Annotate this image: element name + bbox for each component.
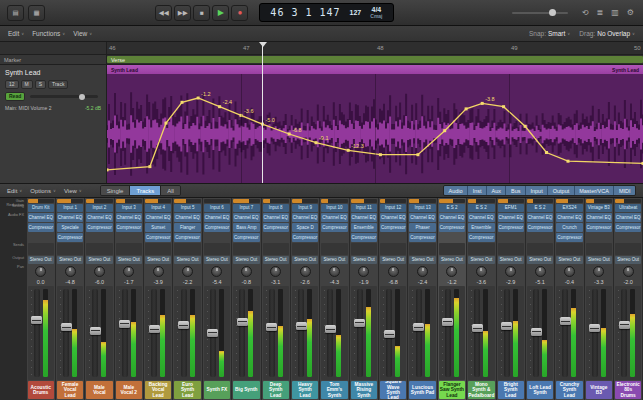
volume-readout[interactable]: -2.9 <box>497 278 525 286</box>
library-toggle-button[interactable]: ▤ <box>7 5 24 21</box>
audio-fx-slot[interactable]: Compressor <box>292 233 318 242</box>
fader-track[interactable] <box>562 289 568 377</box>
fader-cap[interactable] <box>296 322 307 330</box>
fader[interactable] <box>498 286 524 380</box>
audio-fx-slot[interactable]: Space D <box>292 223 318 232</box>
volume-readout[interactable]: -5.4 <box>203 278 231 286</box>
fader-cap[interactable] <box>325 325 336 333</box>
output-slot[interactable]: Stereo Out <box>145 256 171 264</box>
audio-fx-slot[interactable]: Compressor <box>556 233 582 242</box>
pan-knob[interactable] <box>35 266 46 277</box>
sends-area[interactable] <box>86 243 112 255</box>
track-name-label[interactable]: Crunchy Synth Lead <box>556 381 582 399</box>
mixer-menu-options[interactable]: Options∨ <box>30 188 56 194</box>
channel-strip[interactable]: Input 7Channel EQBass AmpCompressorStere… <box>232 198 260 400</box>
tab-all[interactable]: All <box>161 186 180 195</box>
pan-knob[interactable] <box>417 266 428 277</box>
sends-area[interactable] <box>409 243 435 255</box>
volume-readout[interactable]: -4.3 <box>320 278 348 286</box>
setting-slot[interactable]: Input 8 <box>263 204 289 212</box>
setting-slot[interactable]: Input 3 <box>116 204 142 212</box>
channel-strip[interactable]: EFM1Channel EQCompressorStereo Out-2.9Br… <box>497 198 525 400</box>
fader[interactable] <box>292 286 318 380</box>
fader[interactable] <box>556 286 582 380</box>
volume-slider-knob[interactable] <box>549 9 556 16</box>
sends-area[interactable] <box>586 243 612 255</box>
fader[interactable] <box>351 286 377 380</box>
fader-track[interactable] <box>533 289 539 377</box>
audio-fx-slot[interactable]: Ensemble <box>468 223 494 232</box>
channel-strip[interactable]: Input 9Channel EQSpace DCompressorStereo… <box>291 198 319 400</box>
output-slot[interactable]: Stereo Out <box>409 256 435 264</box>
track-name-label[interactable]: Acoustic Drums <box>28 381 54 399</box>
record-button[interactable]: ● <box>231 5 248 21</box>
fader[interactable] <box>233 286 259 380</box>
output-slot[interactable]: Stereo Out <box>57 256 83 264</box>
volume-readout[interactable]: -6.0 <box>85 278 113 286</box>
fader-track[interactable] <box>357 289 363 377</box>
channel-strip[interactable]: E S 2Channel EQEnsembleCompressorStereo … <box>467 198 495 400</box>
fader-cap[interactable] <box>501 322 512 330</box>
pan-knob[interactable] <box>358 266 369 277</box>
sends-area[interactable] <box>380 243 406 255</box>
track-name-label[interactable]: Female Vocal Lead <box>57 381 83 399</box>
audio-fx-slot[interactable]: Channel EQ <box>174 213 200 222</box>
audio-fx-slot[interactable]: Compressor <box>380 223 406 232</box>
fader-track[interactable] <box>621 289 627 377</box>
track-name-label[interactable]: Backing Vocal Lead <box>145 381 171 399</box>
pan-knob[interactable] <box>123 266 134 277</box>
pan-knob[interactable] <box>94 266 105 277</box>
audio-fx-slot[interactable]: Channel EQ <box>468 213 494 222</box>
volume-readout[interactable]: -3.3 <box>585 278 613 286</box>
setting-slot[interactable]: Ultrabeat <box>615 204 641 212</box>
pan-knob[interactable] <box>446 266 457 277</box>
pan-knob[interactable] <box>593 266 604 277</box>
sends-area[interactable] <box>145 243 171 255</box>
fader[interactable] <box>28 286 54 380</box>
volume-readout[interactable]: -3.1 <box>262 278 290 286</box>
fader-track[interactable] <box>298 289 304 377</box>
track-name-label[interactable]: Deep Synth Lead <box>263 381 289 399</box>
inspector-toggle-button[interactable]: ▦ <box>28 5 45 21</box>
fader-track[interactable] <box>239 289 245 377</box>
output-slot[interactable]: Stereo Out <box>174 256 200 264</box>
channel-strip[interactable]: Input 4Channel EQSunsetCompressorStereo … <box>144 198 172 400</box>
audio-fx-slot[interactable]: Compressor <box>233 233 259 242</box>
channel-strip[interactable]: Input 11Channel EQEnsembleCompressorSter… <box>350 198 378 400</box>
audio-fx-slot[interactable]: Compressor <box>174 233 200 242</box>
audio-fx-slot[interactable]: Channel EQ <box>615 213 641 222</box>
channel-strip[interactable]: E S 2Channel EQCompressorStereo Out-1.2F… <box>438 198 466 400</box>
fader[interactable] <box>439 286 465 380</box>
audio-fx-slot[interactable]: Channel EQ <box>409 213 435 222</box>
audio-fx-slot[interactable]: Compressor <box>28 223 54 232</box>
fader-track[interactable] <box>122 289 128 377</box>
audio-fx-slot[interactable]: Channel EQ <box>233 213 259 222</box>
settings-icon[interactable]: ⚙ <box>627 8 634 17</box>
sends-area[interactable] <box>498 243 524 255</box>
audio-fx-slot[interactable]: Channel EQ <box>498 213 524 222</box>
fader-cap[interactable] <box>207 329 218 337</box>
channel-strip[interactable]: Input 5Channel EQFlangerCompressorStereo… <box>173 198 201 400</box>
filter-input[interactable]: Input <box>526 186 548 195</box>
setting-slot[interactable]: Input 6 <box>204 204 230 212</box>
output-slot[interactable]: Stereo Out <box>292 256 318 264</box>
audio-fx-slot[interactable]: Compressor <box>615 223 641 232</box>
audio-fx-slot[interactable]: Compressor <box>468 233 494 242</box>
fader[interactable] <box>145 286 171 380</box>
sends-area[interactable] <box>263 243 289 255</box>
track-name-label[interactable]: Electronic 80s Drums <box>615 381 641 399</box>
channel-strip[interactable]: Input 3Channel EQCompressorStereo Out-1.… <box>115 198 143 400</box>
channel-strip[interactable]: Drum KitChannel EQCompressorStereo Out0.… <box>27 198 55 400</box>
pan-knob[interactable] <box>241 266 252 277</box>
audio-fx-slot[interactable]: Channel EQ <box>351 213 377 222</box>
volume-readout[interactable]: -1.2 <box>438 278 466 286</box>
volume-readout[interactable]: -2.4 <box>408 278 436 286</box>
volume-readout[interactable]: -1.9 <box>350 278 378 286</box>
channel-strip[interactable]: EXS24Channel EQCrunchCompressorStereo Ou… <box>555 198 583 400</box>
output-slot[interactable]: Stereo Out <box>586 256 612 264</box>
audio-fx-slot[interactable]: Compressor <box>116 223 142 232</box>
audio-fx-slot[interactable]: Compressor <box>57 233 83 242</box>
output-slot[interactable]: Stereo Out <box>527 256 553 264</box>
sends-area[interactable] <box>615 243 641 255</box>
fader-track[interactable] <box>151 289 157 377</box>
